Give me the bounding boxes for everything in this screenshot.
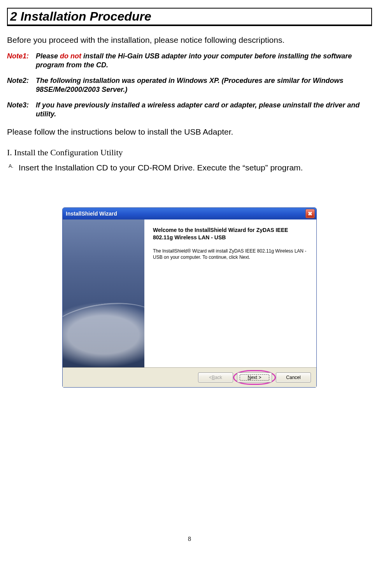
section-heading-box: 2 Installation Procedure: [7, 8, 372, 26]
installshield-wizard-window: InstallShield Wizard ✖ Welcome to the In…: [62, 207, 317, 388]
notes-block: Note1: Please do not install the Hi-Gain…: [7, 52, 372, 119]
subheading: I. Install the Configuration Utility: [7, 147, 372, 158]
note3-text: If you have previously installed a wirel…: [36, 101, 372, 119]
close-button[interactable]: ✖: [305, 209, 315, 218]
wizard-description: The InstallShield® Wizard will install Z…: [153, 248, 308, 260]
step-a-marker: A.: [9, 163, 16, 169]
page-number: 8: [7, 535, 372, 542]
next-button[interactable]: Next >: [237, 372, 272, 383]
next-u: N: [247, 375, 251, 380]
section-heading: 2 Installation Procedure: [7, 8, 372, 25]
note-2: Note2: The following installation was op…: [7, 76, 372, 95]
next-button-highlight: Next >: [237, 372, 272, 383]
wizard-button-row: < Back Next > Cancel: [63, 367, 316, 387]
wizard-titlebar: InstallShield Wizard ✖: [63, 208, 316, 219]
note1-donot: do not: [60, 52, 81, 60]
note3-label: Note3:: [7, 101, 36, 110]
note1-label: Note1:: [7, 52, 36, 61]
cancel-button[interactable]: Cancel: [276, 372, 311, 383]
wizard-welcome-heading: Welcome to the InstallShield Wizard for …: [153, 226, 308, 240]
wizard-content: Welcome to the InstallShield Wizard for …: [144, 219, 316, 367]
close-icon: ✖: [308, 211, 312, 217]
wizard-sidebar-image: [63, 219, 144, 367]
back-button: < Back: [198, 372, 233, 383]
note-3: Note3: If you have previously installed …: [7, 101, 372, 119]
wizard-body: Welcome to the InstallShield Wizard for …: [63, 219, 316, 367]
next-post: ext >: [251, 375, 261, 380]
note2-text: The following installation was operated …: [36, 76, 372, 95]
follow-instruction: Please follow the instructions below to …: [7, 127, 372, 137]
back-pre: <: [209, 375, 212, 380]
note1-post: install the Hi-Gain USB adapter into you…: [36, 52, 352, 69]
wizard-title: InstallShield Wizard: [66, 211, 305, 217]
note2-label: Note2:: [7, 76, 36, 85]
note1-text: Please do not install the Hi-Gain USB ad…: [36, 52, 372, 70]
note1-pre: Please: [36, 52, 60, 60]
note-1: Note1: Please do not install the Hi-Gain…: [7, 52, 372, 70]
back-post: ack: [215, 375, 222, 380]
cancel-label: Cancel: [286, 375, 300, 380]
step-a: A. Insert the Installation CD to your CD…: [9, 163, 372, 172]
intro-text: Before you proceed with the installation…: [7, 35, 372, 45]
wizard-screenshot: InstallShield Wizard ✖ Welcome to the In…: [62, 207, 317, 388]
back-u: B: [212, 375, 215, 380]
step-a-text: Insert the Installation CD to your CD-RO…: [19, 163, 303, 172]
